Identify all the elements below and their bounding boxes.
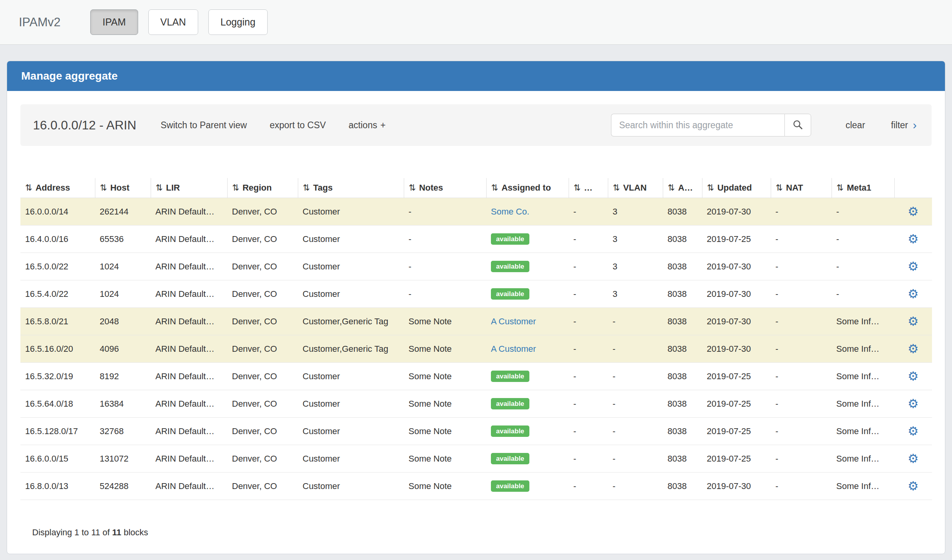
region-cell: Denver, CO <box>227 473 298 500</box>
pagination-prefix: Displaying 1 to 11 of <box>32 527 112 537</box>
address-cell: 16.5.64.0/18 <box>20 390 95 418</box>
region-cell: Denver, CO <box>227 445 298 473</box>
updated-cell: 2019-07-30 <box>702 473 771 500</box>
vlan-cell: 3 <box>608 225 663 253</box>
gear-icon[interactable]: ⚙ <box>908 397 919 411</box>
lir-cell: ARIN Default… <box>151 445 227 473</box>
actions-column-header <box>894 178 932 198</box>
nat-cell: - <box>771 280 832 308</box>
meta1-cell: Some Inf… <box>832 390 894 418</box>
vlan-cell: 3 <box>608 253 663 280</box>
sort-icon: ⇅ <box>491 183 498 193</box>
updated-cell: 2019-07-25 <box>702 225 771 253</box>
nat-cell: - <box>771 198 832 225</box>
notes-cell: Some Note <box>404 418 486 445</box>
assigned-link[interactable]: A Customer <box>491 344 536 354</box>
address-cell: 16.4.0.0/16 <box>20 225 95 253</box>
column-header[interactable]: ⇅Host <box>95 178 151 198</box>
column-header[interactable]: ⇅Assigned to <box>486 178 569 198</box>
extra-cell: - <box>569 198 608 225</box>
notes-cell: Some Note <box>404 445 486 473</box>
table-body: 16.0.0.0/14 262144 ARIN Default… Denver,… <box>20 198 932 500</box>
column-header[interactable]: ⇅Meta1 <box>832 178 894 198</box>
export-csv-link[interactable]: export to CSV <box>270 120 326 131</box>
column-label: Region <box>243 183 272 193</box>
table-row: 16.5.8.0/21 2048 ARIN Default… Denver, C… <box>20 308 932 335</box>
column-header[interactable]: ⇅Region <box>227 178 298 198</box>
gear-icon[interactable]: ⚙ <box>908 479 919 493</box>
gear-icon[interactable]: ⚙ <box>908 315 919 328</box>
column-header[interactable]: ⇅LIR <box>151 178 227 198</box>
status-badge: available <box>491 371 529 382</box>
column-header[interactable]: ⇅… <box>569 178 608 198</box>
gear-icon[interactable]: ⚙ <box>908 424 919 438</box>
search-button[interactable] <box>784 114 811 136</box>
updated-cell: 2019-07-25 <box>702 363 771 390</box>
lir-cell: ARIN Default… <box>151 225 227 253</box>
assigned-cell: available <box>486 363 569 390</box>
column-label: … <box>584 183 593 193</box>
column-header[interactable]: ⇅VLAN <box>608 178 663 198</box>
status-badge: available <box>491 480 529 492</box>
assigned-link[interactable]: Some Co. <box>491 207 529 216</box>
extra-cell: - <box>569 418 608 445</box>
switch-parent-view-link[interactable]: Switch to Parent view <box>160 120 247 131</box>
lir-cell: ARIN Default… <box>151 335 227 363</box>
row-actions-cell: ⚙ <box>894 363 932 390</box>
actions-menu[interactable]: actions+ <box>348 120 385 131</box>
table-row: 16.5.0.0/22 1024 ARIN Default… Denver, C… <box>20 253 932 280</box>
filter-link[interactable]: filter› <box>891 119 917 131</box>
vlan-cell: 3 <box>608 198 663 225</box>
notes-cell: Some Note <box>404 473 486 500</box>
nav-tab-vlan[interactable]: VLAN <box>148 9 198 35</box>
gear-icon[interactable]: ⚙ <box>908 452 919 465</box>
panel-title: Manage aggregate <box>7 61 945 91</box>
search-input[interactable] <box>611 114 784 136</box>
nat-cell: - <box>771 418 832 445</box>
assigned-cell: available <box>486 445 569 473</box>
host-cell: 2048 <box>95 308 151 335</box>
gear-icon[interactable]: ⚙ <box>908 287 919 301</box>
top-navbar: IPAMv2 IPAMVLANLogging <box>0 0 952 45</box>
gear-icon[interactable]: ⚙ <box>908 205 919 218</box>
column-header[interactable]: ⇅Notes <box>404 178 486 198</box>
lir-cell: ARIN Default… <box>151 390 227 418</box>
row-actions-cell: ⚙ <box>894 198 932 225</box>
tags-cell: Customer <box>298 473 404 500</box>
nav-tab-ipam[interactable]: IPAM <box>90 9 138 35</box>
gear-icon[interactable]: ⚙ <box>908 369 919 383</box>
pagination-suffix: blocks <box>121 527 148 537</box>
notes-cell: Some Note <box>404 335 486 363</box>
gear-icon[interactable]: ⚙ <box>908 232 919 246</box>
row-actions-cell: ⚙ <box>894 390 932 418</box>
pagination-total: 11 <box>112 527 121 537</box>
column-header[interactable]: ⇅NAT <box>771 178 832 198</box>
nat-cell: - <box>771 335 832 363</box>
column-header[interactable]: ⇅Updated <box>702 178 771 198</box>
status-badge: available <box>491 425 529 437</box>
column-header[interactable]: ⇅Tags <box>298 178 404 198</box>
lir-cell: ARIN Default… <box>151 280 227 308</box>
asn-cell: 8038 <box>663 280 702 308</box>
table-row: 16.8.0.0/13 524288 ARIN Default… Denver,… <box>20 473 932 500</box>
vlan-cell: 3 <box>608 280 663 308</box>
clear-filter-link[interactable]: clear <box>846 120 865 131</box>
assigned-cell: available <box>486 225 569 253</box>
assigned-cell: available <box>486 473 569 500</box>
host-cell: 32768 <box>95 418 151 445</box>
host-cell: 262144 <box>95 198 151 225</box>
column-header[interactable]: ⇅A… <box>663 178 702 198</box>
assigned-link[interactable]: A Customer <box>491 316 536 326</box>
column-header[interactable]: ⇅Address <box>20 178 95 198</box>
row-actions-cell: ⚙ <box>894 418 932 445</box>
tags-cell: Customer <box>298 225 404 253</box>
meta1-cell: Some Inf… <box>832 445 894 473</box>
nav-tab-logging[interactable]: Logging <box>208 9 268 35</box>
pagination-info: Displaying 1 to 11 of 11 blocks <box>32 527 932 538</box>
table-row: 16.4.0.0/16 65536 ARIN Default… Denver, … <box>20 225 932 253</box>
region-cell: Denver, CO <box>227 225 298 253</box>
gear-icon[interactable]: ⚙ <box>908 342 919 356</box>
gear-icon[interactable]: ⚙ <box>908 260 919 273</box>
address-cell: 16.5.8.0/21 <box>20 308 95 335</box>
assigned-cell: available <box>486 418 569 445</box>
